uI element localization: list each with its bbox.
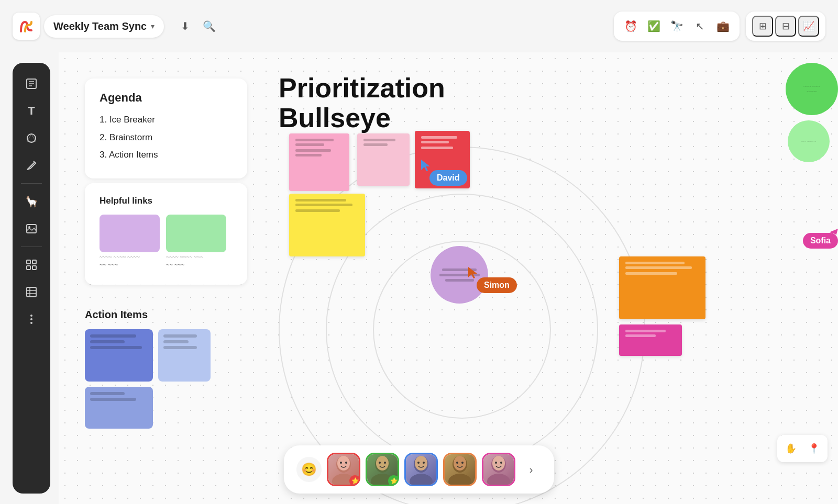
link2-label: ~~ ~~~ [166, 262, 226, 268]
avatar-photo-5 [483, 454, 514, 485]
cursor-label-simon: Simon [477, 277, 517, 293]
layout-icon[interactable]: ⊟ [775, 16, 796, 37]
helpful-links-title: Helpful links [100, 196, 233, 206]
sidebar-item-llama[interactable]: 🦙 [19, 189, 44, 214]
sticky-note-1[interactable] [289, 133, 349, 191]
sidebar-item-shapes[interactable] [19, 126, 44, 151]
squiggle [163, 340, 189, 343]
cursor-icon[interactable]: ↖ [689, 16, 710, 37]
sidebar-item-pen[interactable] [19, 153, 44, 178]
svg-point-42 [492, 456, 505, 471]
hand-tool-button[interactable]: ✋ [780, 438, 801, 459]
agenda-item-2: 2. Brainstorm [100, 131, 233, 144]
action-card-2[interactable] [158, 329, 211, 382]
canvas: Agenda 1. Ice Breaker 2. Brainstorm 3. A… [59, 52, 838, 504]
link1-squiggle: ~~~~ ~~~~ ~~~~ [100, 253, 160, 260]
prioritization-title: Prioritization Bullseye [279, 73, 445, 133]
timer-icon[interactable]: ⏰ [620, 16, 641, 37]
chevron-right-button[interactable]: › [521, 459, 542, 480]
sticky-note-magenta[interactable] [619, 324, 682, 356]
topbar-right: ⏰ ✅ 🔭 ↖ 💼 ⊞ ⊟ 📈 [614, 12, 825, 41]
deco-circle-large: ~~~ ~~~~~~~ [786, 63, 838, 115]
svg-point-31 [410, 474, 433, 486]
svg-rect-11 [27, 266, 30, 270]
sidebar-item-text[interactable]: T [19, 98, 44, 124]
user-avatar-1[interactable]: ⭐ [327, 453, 360, 486]
squiggle [163, 334, 197, 338]
user-avatar-5[interactable] [482, 453, 515, 486]
svg-point-27 [376, 456, 389, 471]
link1-label: ~~ ~~~ [100, 262, 160, 268]
user-avatar-2[interactable]: ⭐ [366, 453, 399, 486]
chart-icon[interactable]: 📈 [798, 16, 819, 37]
svg-point-39 [461, 462, 464, 464]
sticky-note-orange[interactable] [619, 256, 705, 319]
grid-view-icon[interactable]: ⊞ [752, 16, 773, 37]
helpful-links-card: Helpful links ~~~~ ~~~~ ~~~~ ~~ ~~~ ~~~~… [85, 183, 247, 285]
squiggle [163, 346, 197, 349]
agenda-card: Agenda 1. Ice Breaker 2. Brainstorm 3. A… [85, 79, 247, 178]
sidebar-item-table[interactable] [19, 279, 44, 305]
download-button[interactable]: ⬇ [174, 16, 195, 37]
agenda-item-1: 1. Ice Breaker [100, 113, 233, 127]
sidebar-item-sticky[interactable] [19, 71, 44, 96]
link-thumb-1[interactable]: ~~~~ ~~~~ ~~~~ ~~ ~~~ [100, 215, 160, 268]
svg-point-19 [30, 322, 32, 324]
links-thumbnails: ~~~~ ~~~~ ~~~~ ~~ ~~~ ~~~~ ~~~~ ~~~ ~~ ~… [100, 215, 233, 268]
svg-rect-12 [32, 266, 36, 270]
svg-point-28 [379, 462, 381, 464]
deco-small-text: ~~ ~~~~ [801, 139, 816, 144]
sidebar-divider-1 [21, 183, 42, 184]
action-card-3[interactable] [85, 387, 153, 429]
chevron-down-icon[interactable]: ▾ [151, 22, 155, 30]
user-avatar-4[interactable] [443, 453, 477, 486]
sidebar-divider-2 [21, 247, 42, 247]
agenda-item-3: 3. Action Items [100, 148, 233, 162]
logo [13, 13, 40, 40]
squiggle [90, 346, 142, 349]
cursor-label-sofia: Sofia [803, 233, 838, 249]
emoji-button[interactable]: 😊 [296, 457, 322, 482]
squiggle [90, 392, 125, 395]
briefcase-icon[interactable]: 💼 [712, 16, 733, 37]
svg-point-33 [417, 462, 420, 464]
svg-point-34 [423, 462, 425, 464]
svg-point-44 [500, 462, 502, 464]
squiggle [90, 334, 136, 338]
sidebar-item-more[interactable] [19, 307, 44, 332]
svg-point-23 [340, 462, 342, 464]
squiggle [90, 398, 136, 401]
svg-rect-13 [27, 287, 36, 297]
view-icon[interactable]: 🔭 [666, 16, 687, 37]
svg-point-43 [495, 462, 497, 464]
search-button[interactable]: 🔍 [199, 16, 219, 37]
check-icon[interactable]: ✅ [643, 16, 664, 37]
svg-point-18 [30, 318, 32, 320]
deco-circle-small: ~~ ~~~~ [788, 120, 830, 162]
user-bar: 😊 ⭐ ⭐ › [284, 445, 554, 494]
topbar: Weekly Team Sync ▾ ⬇ 🔍 ⏰ ✅ 🔭 ↖ 💼 ⊞ ⊟ 📈 [0, 0, 838, 52]
map-pin-button[interactable]: 📍 [803, 438, 824, 459]
action-card-1[interactable] [85, 329, 153, 382]
sticky-note-2[interactable] [357, 133, 410, 186]
sticky-note-4[interactable] [289, 194, 365, 256]
canvas-tool-panel: ✋ 📍 [777, 435, 828, 462]
toolbar-group-right: ⊞ ⊟ 📈 [746, 12, 825, 41]
title-pill[interactable]: Weekly Team Sync ▾ [44, 15, 164, 38]
svg-point-41 [487, 474, 510, 486]
action-items-title: Action Items [85, 309, 247, 321]
svg-point-37 [454, 456, 466, 471]
agenda-title: Agenda [100, 91, 233, 105]
avatar-1-star: ⭐ [349, 475, 360, 486]
toolbar-group-left: ⏰ ✅ 🔭 ↖ 💼 [614, 12, 740, 41]
topbar-icons: ⬇ 🔍 [174, 16, 219, 37]
sidebar: T 🦙 [13, 63, 50, 494]
sidebar-item-grid[interactable] [19, 252, 44, 277]
link-thumb-2[interactable]: ~~~~ ~~~~ ~~~ ~~ ~~~ [166, 215, 226, 268]
svg-point-17 [30, 315, 32, 317]
svg-rect-10 [32, 260, 36, 264]
sidebar-item-image[interactable] [19, 216, 44, 241]
deco-large-text: ~~~ ~~~~~~~ [803, 84, 820, 94]
user-avatar-3[interactable] [404, 453, 438, 486]
svg-rect-9 [27, 260, 30, 264]
